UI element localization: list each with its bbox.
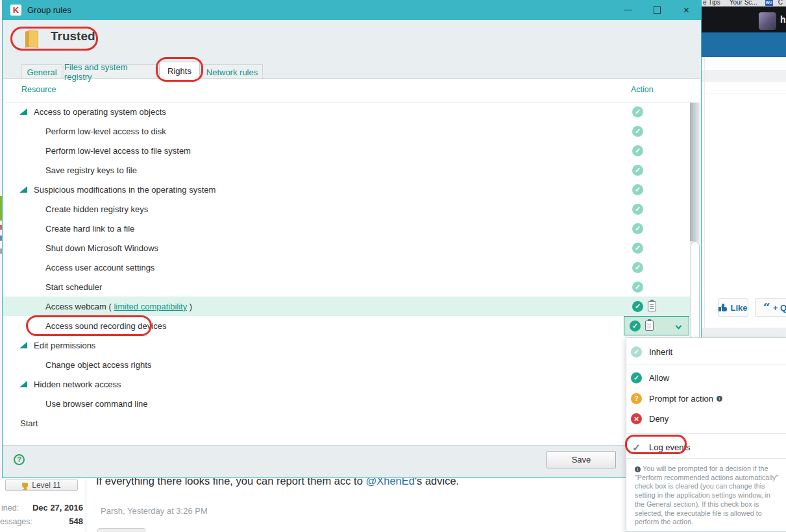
action-cell[interactable]: ✓ <box>630 141 643 160</box>
username-text[interactable]: h <box>780 14 786 25</box>
expand-triangle-icon[interactable] <box>19 108 27 115</box>
dialog-titlebar[interactable]: K Group rules × <box>3 0 701 20</box>
expand-triangle-icon[interactable] <box>19 186 27 193</box>
resource-label: Start <box>20 418 38 428</box>
info-icon: i <box>717 396 722 402</box>
help-icon[interactable]: ? <box>14 454 25 465</box>
resource-label: Perform low-level access to file system <box>45 146 191 156</box>
trophy-icon <box>22 483 28 488</box>
annotation-log-events <box>625 435 687 454</box>
allow-check-icon[interactable]: ✓ <box>632 262 643 273</box>
dropdown-item-prompt-for-action[interactable]: ?Prompt for actioni <box>626 388 786 409</box>
dialog-title: Group rules <box>27 5 71 15</box>
resource-column-header[interactable]: Resource <box>21 85 56 94</box>
table-row[interactable]: Suspicious modifications in the operatin… <box>3 180 690 199</box>
avatar[interactable] <box>759 12 776 30</box>
allow-check-icon[interactable]: ✓ <box>632 243 643 254</box>
limited-compatibility-link[interactable]: limited compatibility <box>114 302 187 311</box>
action-cell[interactable]: ✓ <box>630 180 643 199</box>
action-cell[interactable]: ✓ <box>624 316 689 335</box>
table-row[interactable]: Edit permissions <box>3 335 690 355</box>
action-cell[interactable]: ✓ <box>630 296 656 316</box>
allow-check-icon[interactable]: ✓ <box>632 301 643 312</box>
action-cell[interactable]: ✓ <box>630 219 643 238</box>
action-cell[interactable]: ✓ <box>630 258 643 277</box>
menu-divider <box>626 433 786 434</box>
action-cell[interactable]: ✓ <box>630 238 643 258</box>
allow-check-icon[interactable]: ✓ <box>632 282 643 293</box>
allow-check-icon[interactable]: ✓ <box>632 126 643 137</box>
joined-label: ined: <box>1 503 19 513</box>
close-button[interactable]: × <box>672 0 701 20</box>
page-band <box>702 328 786 338</box>
level-badge[interactable]: Level 11 <box>5 479 78 491</box>
table-row[interactable]: Save registry keys to file✓ <box>3 160 690 180</box>
resource-label: Change object access rights <box>45 360 151 370</box>
tab-general[interactable]: General <box>21 64 62 79</box>
dialog-footer: ? Save <box>3 445 701 478</box>
joined-value: Dec 27, 2016 <box>31 503 83 513</box>
table-row[interactable]: Hidden network access <box>3 374 690 394</box>
thumbs-up-icon <box>718 304 727 311</box>
table-row[interactable]: Start scheduler✓ <box>3 277 690 296</box>
allow-check-icon[interactable]: ✓ <box>632 184 643 195</box>
save-button[interactable]: Save <box>547 451 616 468</box>
prompt-info-note: iYou will be prompted for a decision if … <box>635 465 779 527</box>
table-row[interactable]: Access to operating system objects✓ <box>3 102 690 121</box>
level-label: Level 11 <box>32 481 60 490</box>
resource-label: Shut down Microsoft Windows <box>45 243 158 253</box>
dropdown-item-allow[interactable]: ✓Allow <box>626 367 786 388</box>
action-cell[interactable]: ✓ <box>630 277 643 296</box>
resource-label: Hidden network access <box>34 380 121 389</box>
table-row[interactable]: Create hidden registry keys✓ <box>3 199 690 219</box>
quote-button[interactable]: “ + Q <box>755 298 786 317</box>
table-row[interactable]: Perform low-level access to disk✓ <box>3 121 690 141</box>
inherit-icon: ✓ <box>631 346 642 357</box>
table-row[interactable]: Access webcam ( limited compatibility )✓ <box>3 296 690 316</box>
dropdown-item-deny[interactable]: ×Deny <box>626 408 786 429</box>
expand-triangle-icon[interactable] <box>19 381 27 387</box>
action-cell[interactable]: ✓ <box>630 199 643 219</box>
action-cell[interactable]: ✓ <box>630 160 643 180</box>
maximize-button[interactable] <box>643 0 672 20</box>
action-cell[interactable]: ✓ <box>630 121 643 141</box>
menu-divider <box>626 458 786 459</box>
allow-check-icon[interactable]: ✓ <box>632 145 643 156</box>
browser-tab-title[interactable]: C <box>778 0 783 6</box>
action-cell[interactable]: ✓ <box>630 102 643 121</box>
maximize-icon <box>654 6 661 14</box>
resource-label: Access webcam ( limited compatibility ) <box>45 302 192 311</box>
dropdown-item-label: Prompt for action <box>649 394 713 404</box>
table-row[interactable]: Use browser command line <box>3 394 690 413</box>
browser-tab-strip[interactable]: e Tips Your Sc... WU C <box>702 0 786 6</box>
minimize-button[interactable] <box>613 0 643 20</box>
allow-check-icon[interactable]: ✓ <box>632 106 643 117</box>
minimize-icon <box>624 10 632 11</box>
table-row[interactable]: Shut down Microsoft Windows✓ <box>3 238 690 258</box>
browser-tab-favicon[interactable]: WU <box>765 0 773 6</box>
table-row[interactable]: Create hard link to a file✓ <box>3 219 690 238</box>
chevron-down-icon[interactable] <box>676 323 682 330</box>
deny-icon: × <box>631 413 642 424</box>
tab-network-rules[interactable]: Network rules <box>201 64 263 79</box>
messages-value: 548 <box>31 516 83 526</box>
action-column-header[interactable]: Action <box>631 85 654 94</box>
allow-check-icon[interactable]: ✓ <box>632 204 643 215</box>
partial-button[interactable] <box>97 528 145 532</box>
resource-label: Perform low-level access to disk <box>45 127 166 136</box>
edit-rule-clipboard-icon[interactable] <box>645 320 654 331</box>
tab-files-and-system-registry[interactable]: Files and system registry <box>64 64 157 79</box>
allow-check-icon[interactable]: ✓ <box>630 320 641 332</box>
browser-tab-title[interactable]: Your Sc... <box>730 0 757 6</box>
table-row[interactable]: Access user account settings✓ <box>3 258 690 277</box>
edit-rule-clipboard-icon[interactable] <box>648 301 656 311</box>
allow-check-icon[interactable]: ✓ <box>632 165 643 176</box>
browser-tab-title[interactable]: e Tips <box>703 0 720 6</box>
expand-triangle-icon[interactable] <box>19 342 27 348</box>
dropdown-item-inherit[interactable]: ✓Inherit <box>626 341 786 362</box>
table-row[interactable]: Perform low-level access to file system✓ <box>3 141 690 160</box>
table-row[interactable]: Change object access rights <box>3 355 690 374</box>
like-button[interactable]: Like <box>718 298 748 317</box>
table-row[interactable]: Start <box>3 413 690 433</box>
allow-check-icon[interactable]: ✓ <box>632 223 643 234</box>
